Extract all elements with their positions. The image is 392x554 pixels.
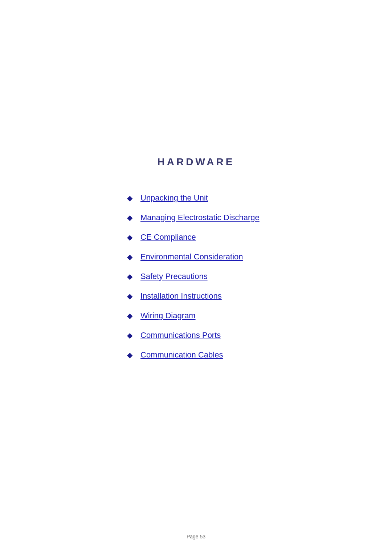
page-number: Page 53 <box>187 534 205 539</box>
toc-link-managing-electrostatic-discharge[interactable]: Managing Electrostatic Discharge <box>140 213 260 222</box>
page-footer: Page 53 <box>0 534 392 539</box>
bullet-icon: ◆ <box>127 292 132 300</box>
toc-link-wiring-diagram[interactable]: Wiring Diagram <box>140 311 196 320</box>
list-item: ◆Managing Electrostatic Discharge <box>127 213 381 222</box>
toc-link-safety-precautions[interactable]: Safety Precautions <box>140 272 208 281</box>
page-title: HARDWARE <box>158 156 235 168</box>
list-item: ◆CE Compliance <box>127 232 381 242</box>
bullet-icon: ◆ <box>127 234 132 241</box>
bullet-icon: ◆ <box>127 273 132 280</box>
bullet-icon: ◆ <box>127 351 132 359</box>
list-item: ◆Communication Cables <box>127 350 381 360</box>
list-item: ◆Communications Ports <box>127 331 381 340</box>
toc-list: ◆Unpacking the Unit◆Managing Electrostat… <box>127 193 381 370</box>
toc-link-environmental-consideration[interactable]: Environmental Consideration <box>140 252 243 262</box>
toc-link-communications-ports[interactable]: Communications Ports <box>140 331 221 340</box>
toc-link-ce-compliance[interactable]: CE Compliance <box>140 232 196 242</box>
toc-link-installation-instructions[interactable]: Installation Instructions <box>140 291 222 301</box>
list-item: ◆Wiring Diagram <box>127 311 381 320</box>
list-item: ◆Installation Instructions <box>127 291 381 301</box>
toc-link-communication-cables[interactable]: Communication Cables <box>140 350 223 360</box>
bullet-icon: ◆ <box>127 194 132 202</box>
list-item: ◆Safety Precautions <box>127 272 381 281</box>
list-item: ◆Environmental Consideration <box>127 252 381 262</box>
list-item: ◆Unpacking the Unit <box>127 193 381 203</box>
bullet-icon: ◆ <box>127 214 132 221</box>
page-container: HARDWARE ◆Unpacking the Unit◆Managing El… <box>0 0 392 554</box>
bullet-icon: ◆ <box>127 312 132 319</box>
bullet-icon: ◆ <box>127 332 132 339</box>
toc-link-unpacking-the-unit[interactable]: Unpacking the Unit <box>140 193 208 203</box>
bullet-icon: ◆ <box>127 253 132 260</box>
